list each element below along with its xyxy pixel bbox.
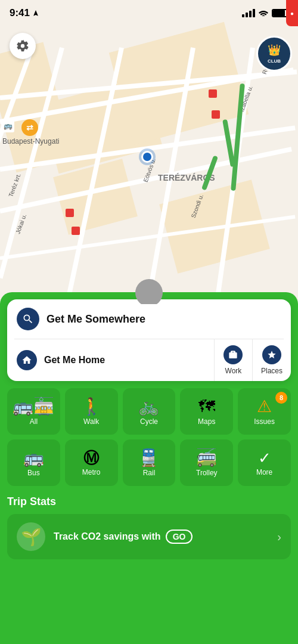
transport-bus-button[interactable]: 🚌 Bus [7,439,60,486]
co2-icon: 🌱 [17,522,45,551]
search-main-row[interactable]: Get Me Somewhere [7,299,291,339]
maps-icon: 🗺 [198,398,215,415]
club-label: CLUB [265,58,283,64]
transport-grid: 🚌🚋 All 🚶 Walk 🚲 Cycle 🗺 Maps ⚠ Issues 8 … [0,381,298,486]
walk-icon: 🚶 [81,398,102,415]
bus-stop-icon: 🚌 [1,119,14,132]
transport-trolley-button[interactable]: 🚎 Trolley [180,439,233,486]
work-label: Work [225,367,242,375]
all-transport-label: All [30,417,38,426]
transport-cycle-button[interactable]: 🚲 Cycle [123,388,176,435]
drag-handle[interactable] [135,279,163,304]
home-icon [21,355,32,366]
go-badge: GO [166,530,193,544]
places-icon-wrap [262,345,281,364]
metro-label: Metro [82,468,101,476]
metro-icon: ⇄ [21,119,38,136]
trip-stats-section: Trip Stats 🌱 Track CO2 savings with GO › [0,486,298,564]
shortcut-buttons: Work Places [214,339,291,381]
search-label: Get Me Somewhere [46,313,145,326]
location-arrow-icon [32,10,39,17]
star-icon [267,350,277,360]
more-icon: ✓ [258,450,271,466]
notch: ● [286,0,298,26]
home-icon-wrap [17,350,37,370]
transit-stop [209,89,217,98]
status-bar: 9:41 [0,0,298,26]
all-transport-icon: 🚌🚋 [13,398,54,415]
station-label: Budapest-Nyugati [2,137,59,145]
gear-icon [16,39,29,52]
transport-rail-button[interactable]: 🚆 Rail [123,439,176,486]
transport-metro-button[interactable]: Ⓜ Metro [65,439,118,486]
search-icon [22,313,34,325]
trolley-label: Trolley [196,469,218,477]
transit-stop [212,110,220,119]
places-label: Places [261,367,283,375]
transport-maps-button[interactable]: 🗺 Maps [180,388,233,435]
more-label: More [256,468,272,476]
bottom-panel: Get Me Somewhere Get Me Home [0,292,298,644]
issues-badge: 8 [275,392,287,404]
co2-track-text: Track CO2 savings with [54,531,161,542]
cycle-icon: 🚲 [138,398,159,415]
bus-icon: 🚌 [23,450,44,466]
home-label: Get Me Home [44,355,105,366]
transport-more-button[interactable]: ✓ More [238,439,291,486]
metro-map-icon: Ⓜ [83,450,99,466]
transport-all-button[interactable]: 🚌🚋 All [7,388,60,435]
work-shortcut-button[interactable]: Work [214,339,252,381]
transit-stop [72,227,80,235]
issues-icon: ⚠ [257,398,272,415]
work-icon [228,350,238,360]
co2-arrow-icon: › [277,530,281,544]
settings-button[interactable] [10,33,36,59]
club-badge[interactable]: 👑 CLUB [256,36,292,72]
trip-stats-title: Trip Stats [7,496,291,508]
signal-icon [242,9,255,17]
issues-label: Issues [254,417,275,426]
location-dot [141,151,153,163]
transit-stop [66,209,74,217]
maps-label: Maps [198,417,215,426]
trolley-icon: 🚎 [196,450,217,466]
status-time: 9:41 [10,7,39,19]
search-home-row: Get Me Home Work [7,339,291,381]
bus-label: Bus [27,469,40,477]
transport-walk-button[interactable]: 🚶 Walk [65,388,118,435]
rail-icon: 🚆 [138,450,159,466]
search-card: Get Me Somewhere Get Me Home [7,299,291,381]
status-icons [242,8,288,18]
rail-label: Rail [143,469,156,477]
transport-issues-button[interactable]: ⚠ Issues 8 [238,388,291,435]
walk-label: Walk [83,417,99,426]
co2-text: Track CO2 savings with GO [54,530,269,544]
work-icon-wrap [224,345,243,364]
map-view[interactable]: 🚌 ⇄ Budapest-Nyugati TERÉZVÁROS Teréz kr… [0,0,298,304]
places-shortcut-button[interactable]: Places [252,339,291,381]
cycle-label: Cycle [140,417,158,426]
wifi-icon [259,8,268,18]
crown-icon: 👑 [268,44,281,57]
co2-card[interactable]: 🌱 Track CO2 savings with GO › [7,514,291,559]
get-me-home-button[interactable]: Get Me Home [7,342,214,379]
search-icon-wrap [17,308,39,330]
